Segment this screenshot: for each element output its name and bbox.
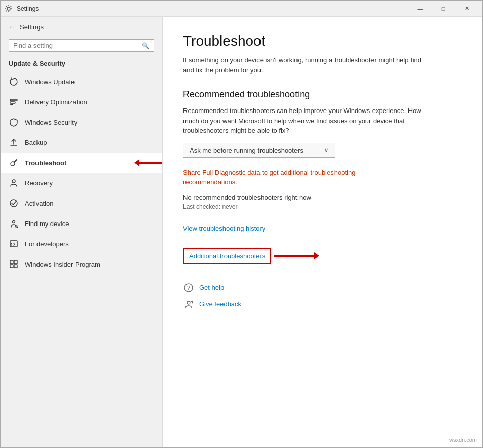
nav-item-delivery-optimization[interactable]: Delivery Optimization: [1, 92, 162, 112]
svg-line-12: [17, 227, 18, 228]
svg-rect-14: [10, 260, 13, 264]
maximize-button[interactable]: □: [432, 1, 455, 17]
svg-line-7: [14, 160, 17, 162]
delivery-optimization-label: Delivery Optimization: [25, 98, 87, 106]
additional-troubleshooters-wrapper: Additional troubleshooters: [183, 248, 271, 264]
help-links: ? Get help Give feedback: [183, 282, 462, 310]
sidebar: ← Settings 🔍 Update & Security Windows U…: [1, 17, 163, 447]
recovery-icon: [9, 178, 19, 188]
windows-security-label: Windows Security: [25, 119, 77, 126]
sidebar-section-title: Update & Security: [1, 58, 162, 71]
for-developers-icon: [9, 239, 19, 249]
nav-item-activation[interactable]: Activation: [1, 193, 162, 213]
windows-insider-label: Windows Insider Program: [25, 260, 100, 268]
main-content: Troubleshoot If something on your device…: [163, 17, 482, 447]
page-title: Troubleshoot: [183, 33, 462, 49]
diagnostic-link[interactable]: Share Full Diagnostic data to get additi…: [183, 168, 396, 188]
give-feedback-icon: [183, 298, 194, 310]
delivery-optimization-icon: [9, 97, 19, 107]
search-icon[interactable]: 🔍: [142, 42, 150, 49]
nav-item-troubleshoot[interactable]: Troubleshoot: [1, 153, 162, 173]
search-input[interactable]: [13, 42, 142, 49]
watermark: wsxdn.com: [447, 436, 479, 444]
svg-rect-3: [10, 104, 13, 105]
last-checked-text: Last checked: never: [183, 203, 462, 210]
search-box[interactable]: 🔍: [9, 39, 154, 52]
find-my-device-label: Find my device: [25, 220, 69, 228]
give-feedback-item[interactable]: Give feedback: [183, 298, 462, 310]
view-history-link[interactable]: View troubleshooting history: [183, 225, 462, 232]
get-help-icon: ?: [183, 282, 194, 293]
svg-rect-16: [10, 265, 13, 268]
minimize-button[interactable]: —: [408, 1, 432, 17]
additional-troubleshooters-arrow: [274, 252, 319, 259]
troubleshooter-dropdown[interactable]: Ask me before running troubleshooters ∨: [183, 143, 335, 158]
recommended-description: Recommended troubleshooters can help imp…: [183, 106, 426, 136]
dropdown-arrow-icon: ∨: [324, 147, 328, 154]
page-description: If something on your device isn't workin…: [183, 55, 426, 75]
get-help-link[interactable]: Get help: [199, 284, 224, 291]
nav-item-windows-security[interactable]: Windows Security: [1, 112, 162, 132]
settings-window: Settings — □ ✕ ← Settings 🔍 Update & Sec…: [0, 0, 483, 448]
no-troubleshooters-text: No recommended troubleshooters right now: [183, 194, 462, 201]
activation-icon: [9, 198, 19, 208]
back-label: Settings: [20, 23, 44, 31]
close-button[interactable]: ✕: [455, 1, 478, 17]
recovery-label: Recovery: [25, 179, 53, 187]
backup-label: Backup: [25, 139, 47, 146]
backup-icon: [9, 137, 19, 147]
svg-point-8: [12, 180, 15, 183]
nav-item-backup[interactable]: Backup: [1, 132, 162, 153]
nav-item-recovery[interactable]: Recovery: [1, 173, 162, 193]
svg-rect-17: [14, 265, 17, 268]
window-controls: — □ ✕: [408, 1, 478, 17]
recommended-section-title: Recommended troubleshooting: [183, 89, 462, 100]
svg-point-10: [13, 221, 15, 223]
windows-security-icon: [9, 117, 19, 127]
svg-rect-15: [14, 260, 17, 264]
nav-item-windows-update[interactable]: Windows Update: [1, 71, 162, 92]
nav-item-windows-insider[interactable]: Windows Insider Program: [1, 254, 162, 274]
back-button[interactable]: ← Settings: [1, 17, 162, 37]
svg-text:?: ?: [187, 285, 190, 291]
back-arrow-icon: ←: [9, 23, 16, 31]
additional-troubleshooters-link[interactable]: Additional troubleshooters: [183, 248, 271, 264]
svg-point-9: [10, 200, 17, 207]
troubleshoot-icon: [9, 158, 19, 168]
troubleshoot-label: Troubleshoot: [25, 159, 66, 167]
title-bar-label: Settings: [17, 5, 408, 12]
svg-point-0: [7, 7, 10, 10]
find-my-device-icon: [9, 218, 19, 229]
windows-update-label: Windows Update: [25, 78, 75, 86]
nav-item-for-developers[interactable]: For developers: [1, 234, 162, 254]
troubleshoot-arrow-annotation: [134, 159, 163, 166]
svg-point-20: [187, 301, 190, 304]
nav-item-find-my-device[interactable]: Find my device: [1, 213, 162, 234]
give-feedback-link[interactable]: Give feedback: [199, 300, 241, 308]
windows-insider-icon: [9, 259, 19, 269]
activation-label: Activation: [25, 200, 53, 207]
svg-rect-1: [10, 99, 17, 101]
settings-window-icon: [5, 5, 13, 13]
content-area: ← Settings 🔍 Update & Security Windows U…: [1, 17, 482, 447]
for-developers-label: For developers: [25, 240, 69, 248]
svg-rect-2: [10, 102, 15, 103]
dropdown-value: Ask me before running troubleshooters: [190, 146, 303, 154]
windows-update-icon: [9, 77, 19, 87]
get-help-item[interactable]: ? Get help: [183, 282, 462, 293]
title-bar: Settings — □ ✕: [1, 1, 482, 17]
